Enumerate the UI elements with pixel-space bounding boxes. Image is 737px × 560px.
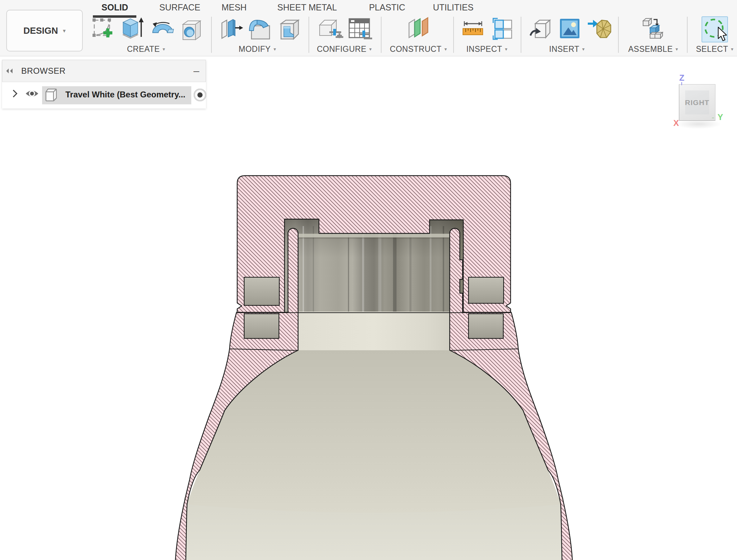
interference-icon[interactable] [492, 17, 514, 40]
tab-mesh[interactable]: MESH [222, 2, 247, 13]
chevron-down-icon: ▾ [675, 46, 678, 52]
canvas-icon[interactable] [559, 17, 581, 40]
fillet-icon[interactable] [248, 17, 273, 41]
double-chevron-left-icon[interactable] [5, 67, 14, 75]
press-pull-icon[interactable] [219, 17, 243, 40]
y-axis-label[interactable]: Y [718, 112, 723, 122]
chevron-down-icon: ▾ [444, 46, 447, 52]
mouse-cursor [717, 26, 728, 42]
tab-surface[interactable]: SURFACE [159, 2, 200, 13]
group-construct[interactable]: CONSTRUCT▾ [390, 45, 447, 54]
toolbar-separator [521, 17, 521, 53]
group-assemble[interactable]: ASSEMBLE▾ [628, 45, 678, 54]
group-configure[interactable]: CONFIGURE▾ [317, 45, 372, 54]
group-create[interactable]: CREATE▾ [127, 45, 165, 54]
browser-header: BROWSER – [2, 60, 206, 82]
fusion-window: DESIGN ▾ SOLID SURFACE MESH SHEET METAL … [0, 0, 737, 560]
chevron-right-icon[interactable] [12, 89, 18, 98]
configuration-table-icon[interactable] [348, 17, 373, 40]
viewcube[interactable]: RIGHT [679, 84, 715, 121]
browser-tree: Travel White (Best Geometry... [2, 82, 206, 109]
shell-icon[interactable] [278, 18, 301, 40]
toolbar-separator [453, 17, 454, 53]
group-insert[interactable]: INSERT▾ [549, 45, 585, 54]
chevron-down-icon: ▾ [63, 27, 66, 34]
chevron-down-icon: ▾ [731, 46, 734, 52]
insert-derive-icon[interactable] [530, 18, 551, 40]
new-component-icon[interactable] [641, 17, 666, 40]
chevron-down-icon: ▾ [163, 46, 166, 52]
toolbar: DESIGN ▾ SOLID SURFACE MESH SHEET METAL … [0, 0, 737, 56]
selection-set-icon[interactable] [193, 88, 207, 102]
bottle-mouth-surface [298, 312, 450, 351]
tab-sheet-metal[interactable]: SHEET METAL [277, 2, 337, 13]
insert-mesh-icon[interactable] [588, 17, 613, 40]
minimize-icon[interactable]: – [193, 67, 199, 74]
design-workspace-label: DESIGN [23, 25, 58, 36]
toolbar-separator [309, 17, 309, 53]
toolbar-separator [211, 17, 212, 53]
design-workspace-button[interactable]: DESIGN ▾ [6, 10, 83, 51]
hole-icon[interactable] [180, 19, 202, 42]
tab-utilities[interactable]: UTILITIES [433, 2, 474, 13]
browser-title: BROWSER [21, 66, 66, 76]
create-sketch-icon[interactable] [91, 16, 114, 40]
extrude-icon[interactable] [121, 16, 144, 40]
configuration-icon[interactable] [318, 17, 345, 40]
revolve-icon[interactable] [151, 18, 174, 40]
chevron-down-icon: ▾ [273, 46, 276, 52]
toolbar-separator [381, 17, 382, 53]
tab-solid[interactable]: SOLID [102, 2, 128, 13]
group-modify[interactable]: MODIFY▾ [239, 45, 276, 54]
tree-item-label[interactable]: Travel White (Best Geometry... [65, 90, 185, 99]
construction-plane-icon[interactable] [407, 17, 430, 40]
browser-panel: BROWSER – Travel White (Best Geometry... [2, 60, 206, 109]
toolbar-separator [687, 17, 688, 53]
body-cube-icon[interactable] [45, 88, 58, 102]
group-inspect[interactable]: INSPECT▾ [466, 45, 508, 54]
z-axis-label[interactable]: Z [679, 73, 684, 83]
group-select[interactable]: SELECT▾ [696, 45, 734, 54]
toolbar-separator [618, 17, 619, 53]
x-axis-label[interactable]: X [673, 118, 679, 128]
tab-plastic[interactable]: PLASTIC [369, 2, 405, 13]
eye-icon[interactable] [25, 89, 39, 98]
viewcube-face-label[interactable]: RIGHT [685, 98, 709, 107]
chevron-down-icon: ▾ [505, 46, 508, 52]
chevron-down-icon: ▾ [369, 46, 372, 52]
y-axis-dash: - [712, 112, 714, 122]
chevron-down-icon: ▾ [582, 46, 585, 52]
measure-icon[interactable] [463, 20, 483, 37]
viewcube-shadow [675, 121, 721, 129]
